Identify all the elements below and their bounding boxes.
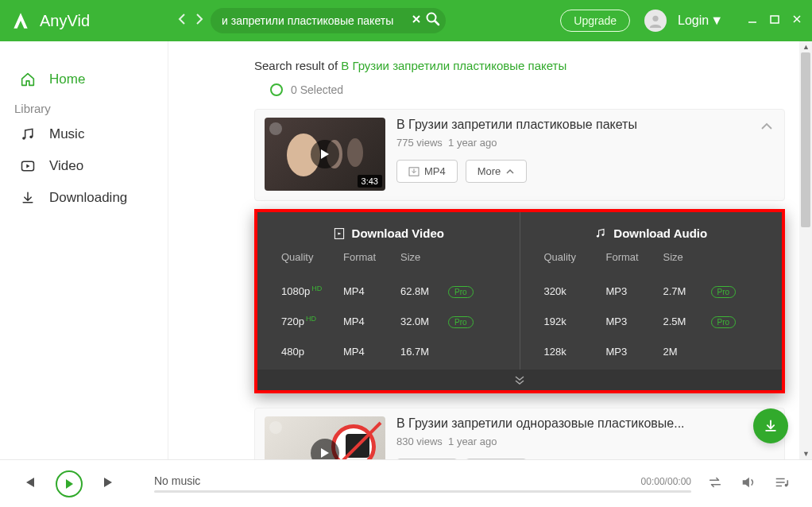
sidebar-item-downloading[interactable]: Downloading [11, 182, 158, 214]
download-option-row[interactable]: 128kMP32M [544, 336, 759, 366]
track-title: No music [154, 474, 200, 487]
download-option-row[interactable]: 320kMP32.7MPro [544, 276, 759, 306]
search-clear-icon[interactable] [411, 14, 422, 28]
svg-point-9 [602, 234, 605, 236]
sidebar-label: Video [49, 158, 83, 174]
player-bar: No music 00:00/00:00 [0, 459, 812, 507]
sidebar-label: Home [49, 72, 85, 87]
scrollbar[interactable]: ▲ ▼ [799, 41, 812, 459]
result-card: В Грузии запретили одноразовые пластиков… [254, 408, 785, 459]
search-bar [211, 8, 446, 33]
result-card: 3:43 В Грузии запретили пластиковые паке… [254, 109, 785, 201]
pro-badge: Pro [448, 286, 474, 298]
volume-button[interactable] [740, 475, 756, 493]
play-icon [311, 140, 339, 168]
sidebar-item-music[interactable]: Music [11, 118, 158, 150]
app-header: AnyVid Upgrade Login ▼ [0, 0, 812, 41]
video-title[interactable]: В Грузии запретили пластиковые пакеты [396, 118, 775, 132]
video-icon [19, 157, 37, 175]
scroll-up-icon[interactable]: ▲ [802, 43, 810, 51]
download-video-column: Download Video Quality Format Size 1080p… [257, 212, 520, 370]
upgrade-button[interactable]: Upgrade [560, 10, 630, 32]
svg-point-3 [22, 137, 25, 140]
user-avatar-icon[interactable] [644, 10, 667, 32]
nav-forward-button[interactable] [195, 13, 204, 29]
search-icon[interactable] [425, 11, 441, 30]
svg-point-4 [29, 136, 33, 139]
window-controls [747, 14, 802, 28]
video-thumbnail[interactable]: 3:43 [265, 118, 385, 191]
video-title[interactable]: В Грузии запретили одноразовые пластиков… [396, 416, 775, 431]
pro-badge: Pro [711, 286, 737, 298]
login-label: Login [678, 14, 709, 28]
music-icon [19, 126, 37, 143]
pro-badge: Pro [711, 316, 737, 328]
sidebar-item-video[interactable]: Video [11, 150, 158, 182]
repeat-button[interactable] [707, 475, 723, 493]
video-duration: 3:43 [358, 175, 382, 188]
next-track-button[interactable] [102, 476, 116, 492]
sidebar-label: Music [49, 126, 84, 142]
window-minimize-button[interactable] [747, 14, 758, 28]
select-all-checkbox[interactable] [270, 83, 283, 96]
svg-rect-2 [771, 16, 779, 23]
collapse-icon[interactable] [760, 119, 773, 134]
search-result-heading: Search result of В Грузии запретили плас… [254, 59, 799, 72]
seek-bar[interactable] [154, 490, 691, 493]
sidebar-heading-library: Library [11, 95, 158, 118]
search-input[interactable] [222, 14, 411, 27]
video-meta: 830 views 1 year ago [396, 435, 775, 447]
scrollbar-thumb[interactable] [801, 52, 810, 227]
scroll-down-icon[interactable]: ▼ [802, 450, 810, 458]
app-name: AnyVid [40, 12, 90, 30]
app-logo-icon [10, 10, 32, 32]
download-options-panel: Download Video Quality Format Size 1080p… [254, 209, 785, 393]
window-maximize-button[interactable] [769, 14, 780, 28]
download-mp4-button[interactable]: MP4 [396, 160, 458, 183]
prev-track-button[interactable] [22, 476, 37, 492]
sidebar-label: Downloading [49, 190, 127, 206]
playlist-button[interactable] [774, 475, 790, 493]
video-meta: 775 views 1 year ago [396, 137, 775, 149]
download-option-row[interactable]: 720pHDMP432.0MPro [281, 306, 496, 336]
audio-file-icon [594, 227, 607, 240]
svg-point-1 [652, 16, 658, 21]
download-option-row[interactable]: 480pMP416.7M [281, 336, 496, 366]
login-button[interactable]: Login ▼ [678, 14, 723, 28]
svg-point-8 [597, 234, 599, 237]
nav-arrows [177, 13, 204, 29]
download-option-row[interactable]: 192kMP32.5MPro [544, 306, 759, 336]
main-content: Search result of В Грузии запретили плас… [168, 41, 812, 459]
nav-back-button[interactable] [177, 13, 187, 29]
play-button[interactable] [56, 470, 83, 497]
download-audio-column: Download Audio Quality Format Size 320kM… [520, 212, 783, 370]
thumbnail-badge-icon [269, 421, 282, 434]
window-close-button[interactable] [791, 14, 802, 28]
selection-status: 0 Selected [270, 83, 799, 96]
search-term: В Грузии запретили пластиковые пакеты [341, 59, 566, 72]
expand-more-options-button[interactable] [257, 370, 782, 390]
download-small-icon [408, 167, 420, 176]
logo-area: AnyVid [10, 10, 90, 32]
download-icon [19, 189, 37, 207]
dropdown-icon: ▼ [710, 14, 723, 28]
more-options-button[interactable]: More [466, 160, 528, 183]
video-thumbnail[interactable] [265, 416, 385, 459]
download-fab-button[interactable] [753, 408, 788, 443]
sidebar: Home Library Music Video Downloading [0, 41, 168, 459]
thumbnail-badge-icon [269, 122, 282, 135]
sidebar-item-home[interactable]: Home [11, 64, 158, 95]
download-option-row[interactable]: 1080pHDMP462.8MPro [281, 276, 496, 306]
track-time: 00:00/00:00 [641, 476, 691, 487]
pro-badge: Pro [448, 316, 474, 328]
chevron-up-icon [505, 168, 515, 175]
selected-count: 0 Selected [291, 83, 343, 96]
home-icon [19, 71, 37, 88]
video-file-icon [333, 227, 346, 240]
